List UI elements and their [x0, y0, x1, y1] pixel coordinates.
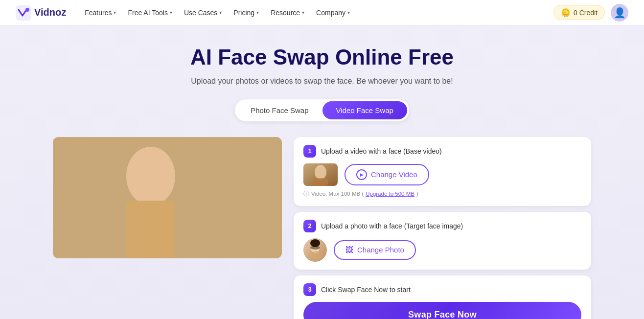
step-1-badge: 1	[303, 145, 316, 158]
svg-point-1	[25, 8, 29, 12]
svg-rect-9	[235, 159, 244, 173]
nav-resource[interactable]: Resource ▾	[266, 6, 309, 20]
svg-point-3	[53, 196, 239, 258]
swap-face-button[interactable]: Swap Face Now	[303, 302, 581, 319]
step-2-card: 2 Upload a photo with a face (Target fac…	[294, 212, 591, 270]
info-icon: ⓘ	[303, 190, 309, 198]
photo-icon: 🖼	[345, 246, 353, 254]
svg-point-20	[310, 246, 320, 250]
preview-svg	[53, 137, 282, 258]
tab-video-face-swap[interactable]: Video Face Swap	[322, 101, 407, 119]
step-1-card: 1 Upload a video with a face (Base video…	[294, 137, 591, 206]
hero-title: AI Face Swap Online Free	[16, 45, 628, 70]
logo-icon	[16, 5, 31, 21]
svg-point-18	[308, 251, 322, 261]
play-circle-icon: ▶	[356, 169, 367, 180]
logo[interactable]: Vidnoz	[16, 5, 66, 21]
step-1-title: Upload a video with a face (Base video)	[321, 147, 442, 155]
upgrade-link[interactable]: Upgrade to 500 MB	[366, 191, 414, 197]
svg-point-5	[161, 176, 219, 254]
svg-rect-0	[16, 5, 31, 21]
svg-point-7	[161, 149, 199, 193]
nav-links: Features ▾ Free AI Tools ▾ Use Cases ▾ P…	[80, 6, 540, 20]
user-icon: 👤	[614, 7, 626, 19]
chevron-icon: ▾	[302, 10, 304, 15]
nav-free-ai-tools[interactable]: Free AI Tools ▾	[123, 6, 177, 20]
svg-point-13	[315, 165, 326, 180]
video-placeholder-image	[53, 137, 282, 258]
svg-rect-10	[170, 220, 209, 254]
video-preview	[53, 137, 282, 258]
chevron-icon: ▾	[170, 10, 172, 15]
nav-use-cases[interactable]: Use Cases ▾	[179, 6, 227, 20]
change-photo-button[interactable]: 🖼 Change Photo	[334, 240, 416, 260]
svg-rect-14	[313, 178, 328, 186]
svg-point-11	[213, 244, 230, 257]
video-thumb-svg	[303, 163, 338, 186]
chevron-icon: ▾	[256, 10, 259, 15]
chevron-icon: ▾	[219, 10, 222, 15]
chevron-icon: ▾	[347, 10, 350, 15]
step-2-header: 2 Upload a photo with a face (Target fac…	[303, 220, 581, 232]
step-3-card: 3 Click Swap Face Now to start Swap Face…	[294, 275, 591, 319]
coin-icon: 🪙	[561, 8, 571, 17]
change-video-button[interactable]: ▶ Change Video	[345, 164, 429, 185]
step-2-badge: 2	[303, 220, 316, 232]
navbar: Vidnoz Features ▾ Free AI Tools ▾ Use Ca…	[0, 0, 644, 25]
nav-company[interactable]: Company ▾	[311, 6, 355, 20]
nav-right: 🪙 0 Credit 👤	[553, 4, 628, 22]
credit-button[interactable]: 🪙 0 Credit	[553, 5, 605, 20]
svg-rect-6	[170, 186, 209, 225]
tab-photo-face-swap[interactable]: Photo Face Swap	[237, 101, 322, 119]
hero-section: AI Face Swap Online Free Upload your pho…	[0, 25, 644, 319]
credit-label: 0 Credit	[574, 9, 598, 17]
steps-panel: 1 Upload a video with a face (Base video…	[294, 137, 591, 319]
svg-point-8	[161, 144, 200, 174]
step-1-note: ⓘ Video: Max 100 MB (Upgrade to 500 MB)	[303, 190, 581, 198]
step-1-header: 1 Upload a video with a face (Base video…	[303, 145, 581, 158]
user-avatar[interactable]: 👤	[611, 4, 628, 22]
step-3-title: Click Swap Face Now to start	[321, 286, 411, 294]
tab-switcher: Photo Face Swap Video Face Swap	[235, 99, 409, 121]
photo-thumb-svg	[303, 238, 327, 262]
main-content: 1 Upload a video with a face (Base video…	[53, 137, 591, 319]
step-3-badge: 3	[303, 283, 316, 296]
nav-pricing[interactable]: Pricing ▾	[229, 6, 264, 20]
chevron-icon: ▾	[114, 10, 116, 15]
nav-features[interactable]: Features ▾	[80, 6, 121, 20]
hero-subtitle: Upload your photos or videos to swap the…	[16, 77, 628, 86]
step-1-content: ▶ Change Video	[303, 163, 581, 186]
logo-text: Vidnoz	[34, 7, 66, 18]
step-2-title: Upload a photo with a face (Target face …	[321, 222, 463, 230]
svg-point-4	[63, 191, 141, 240]
step-3-header: 3 Click Swap Face Now to start	[303, 283, 581, 296]
svg-rect-2	[53, 137, 282, 258]
step-2-content: 🖼 Change Photo	[303, 238, 581, 262]
video-thumbnail	[303, 163, 338, 186]
photo-thumbnail	[303, 238, 327, 262]
